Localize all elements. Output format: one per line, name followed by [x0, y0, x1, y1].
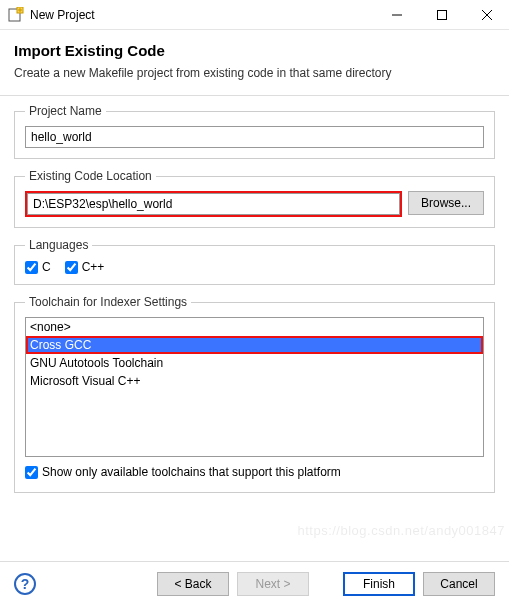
- show-only-checkbox[interactable]: [25, 466, 38, 479]
- minimize-button[interactable]: [374, 0, 419, 30]
- language-checkbox[interactable]: [25, 261, 38, 274]
- close-button[interactable]: [464, 0, 509, 30]
- language-checkbox-row[interactable]: C++: [65, 260, 105, 274]
- toolchain-group: Toolchain for Indexer Settings <none>Cro…: [14, 295, 495, 493]
- help-icon[interactable]: ?: [14, 573, 36, 595]
- code-location-input[interactable]: [27, 193, 400, 215]
- show-only-label: Show only available toolchains that supp…: [42, 465, 341, 479]
- code-location-highlight: [25, 191, 402, 217]
- toolchain-list[interactable]: <none>Cross GCCGNU Autotools ToolchainMi…: [25, 317, 484, 457]
- next-button: Next >: [237, 572, 309, 596]
- project-name-input[interactable]: [25, 126, 484, 148]
- wizard-body: Project Name Existing Code Location Brow…: [0, 96, 509, 507]
- svg-rect-5: [437, 10, 446, 19]
- wizard-footer: ? < Back Next > Finish Cancel: [0, 561, 509, 610]
- languages-legend: Languages: [25, 238, 92, 252]
- browse-button[interactable]: Browse...: [408, 191, 484, 215]
- language-label: C: [42, 260, 51, 274]
- toolchain-legend: Toolchain for Indexer Settings: [25, 295, 191, 309]
- window-title: New Project: [30, 8, 374, 22]
- toolchain-item[interactable]: Microsoft Visual C++: [26, 372, 483, 390]
- code-location-group: Existing Code Location Browse...: [14, 169, 495, 228]
- language-label: C++: [82, 260, 105, 274]
- maximize-button[interactable]: [419, 0, 464, 30]
- watermark-text: https://blog.csdn.net/andy001847: [297, 523, 505, 538]
- toolchain-item[interactable]: GNU Autotools Toolchain: [26, 354, 483, 372]
- languages-group: Languages CC++: [14, 238, 495, 285]
- page-title: Import Existing Code: [14, 42, 495, 59]
- app-new-icon: [8, 7, 24, 23]
- back-button[interactable]: < Back: [157, 572, 229, 596]
- project-name-legend: Project Name: [25, 104, 106, 118]
- toolchain-item[interactable]: <none>: [26, 318, 483, 336]
- toolchain-item[interactable]: Cross GCC: [26, 336, 483, 354]
- page-description: Create a new Makefile project from exist…: [14, 65, 495, 81]
- titlebar: New Project: [0, 0, 509, 30]
- project-name-group: Project Name: [14, 104, 495, 159]
- code-location-legend: Existing Code Location: [25, 169, 156, 183]
- show-only-checkbox-row[interactable]: Show only available toolchains that supp…: [25, 465, 341, 479]
- finish-button[interactable]: Finish: [343, 572, 415, 596]
- cancel-button[interactable]: Cancel: [423, 572, 495, 596]
- language-checkbox-row[interactable]: C: [25, 260, 51, 274]
- language-checkbox[interactable]: [65, 261, 78, 274]
- wizard-header: Import Existing Code Create a new Makefi…: [0, 30, 509, 96]
